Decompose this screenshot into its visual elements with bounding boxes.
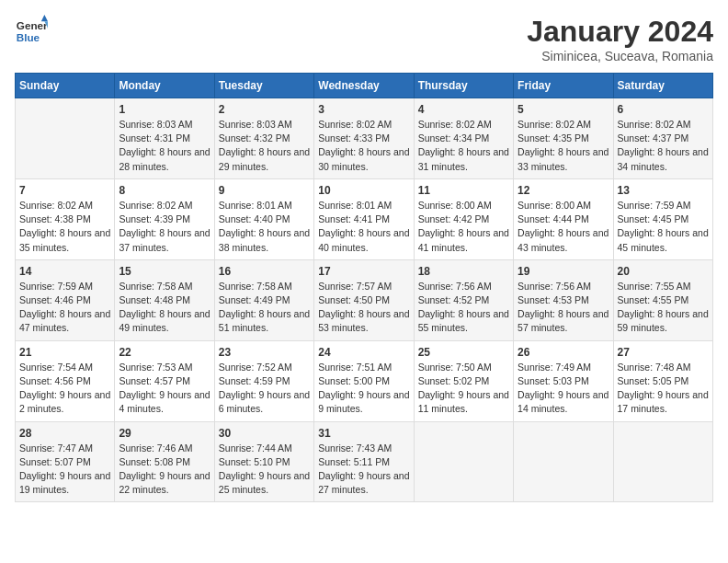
week-row-4: 21Sunrise: 7:54 AMSunset: 4:56 PMDayligh… [16, 340, 713, 421]
day-info: Sunrise: 8:00 AMSunset: 4:42 PMDaylight:… [418, 199, 509, 255]
day-number: 27 [618, 346, 709, 359]
day-number: 18 [418, 265, 509, 278]
weekday-header-tuesday: Tuesday [214, 74, 313, 98]
day-info: Sunrise: 8:01 AMSunset: 4:40 PMDaylight:… [219, 199, 310, 255]
calendar-cell: 5Sunrise: 8:02 AMSunset: 4:35 PMDaylight… [514, 98, 613, 179]
day-number: 1 [119, 103, 210, 116]
day-number: 6 [618, 103, 709, 116]
calendar-cell: 28Sunrise: 7:47 AMSunset: 5:07 PMDayligh… [16, 421, 115, 502]
day-info: Sunrise: 7:47 AMSunset: 5:07 PMDaylight:… [19, 442, 110, 498]
calendar-cell: 30Sunrise: 7:44 AMSunset: 5:10 PMDayligh… [214, 421, 313, 502]
week-row-1: 1Sunrise: 8:03 AMSunset: 4:31 PMDaylight… [16, 98, 713, 179]
logo-icon: General Blue [15, 15, 48, 48]
calendar-cell [514, 421, 613, 502]
day-info: Sunrise: 8:02 AMSunset: 4:33 PMDaylight:… [318, 118, 409, 174]
weekday-header-row: SundayMondayTuesdayWednesdayThursdayFrid… [16, 74, 713, 98]
calendar-cell: 23Sunrise: 7:52 AMSunset: 4:59 PMDayligh… [214, 340, 313, 421]
calendar-cell: 13Sunrise: 7:59 AMSunset: 4:45 PMDayligh… [613, 178, 712, 259]
day-info: Sunrise: 7:56 AMSunset: 4:52 PMDaylight:… [418, 280, 509, 336]
day-info: Sunrise: 7:53 AMSunset: 4:57 PMDaylight:… [119, 361, 210, 417]
day-number: 11 [418, 184, 509, 197]
calendar-cell [16, 98, 115, 179]
day-number: 14 [19, 265, 110, 278]
day-number: 28 [19, 427, 110, 440]
weekday-header-wednesday: Wednesday [314, 74, 414, 98]
day-info: Sunrise: 7:57 AMSunset: 4:50 PMDaylight:… [318, 280, 409, 336]
calendar-cell: 16Sunrise: 7:58 AMSunset: 4:49 PMDayligh… [214, 259, 313, 340]
day-info: Sunrise: 7:59 AMSunset: 4:46 PMDaylight:… [19, 280, 110, 336]
day-number: 29 [119, 427, 210, 440]
day-number: 9 [219, 184, 310, 197]
calendar-cell: 15Sunrise: 7:58 AMSunset: 4:48 PMDayligh… [115, 259, 214, 340]
day-number: 23 [219, 346, 310, 359]
weekday-header-thursday: Thursday [414, 74, 513, 98]
calendar-cell: 25Sunrise: 7:50 AMSunset: 5:02 PMDayligh… [414, 340, 513, 421]
day-info: Sunrise: 7:51 AMSunset: 5:00 PMDaylight:… [318, 361, 409, 417]
weekday-header-friday: Friday [514, 74, 613, 98]
week-row-3: 14Sunrise: 7:59 AMSunset: 4:46 PMDayligh… [16, 259, 713, 340]
day-number: 3 [318, 103, 409, 116]
calendar-cell [613, 421, 712, 502]
day-number: 2 [219, 103, 310, 116]
day-number: 7 [19, 184, 110, 197]
day-info: Sunrise: 8:03 AMSunset: 4:31 PMDaylight:… [119, 118, 210, 174]
calendar-table: SundayMondayTuesdayWednesdayThursdayFrid… [15, 73, 713, 502]
weekday-header-saturday: Saturday [613, 74, 712, 98]
day-info: Sunrise: 8:01 AMSunset: 4:41 PMDaylight:… [318, 199, 409, 255]
calendar-cell: 24Sunrise: 7:51 AMSunset: 5:00 PMDayligh… [314, 340, 414, 421]
day-number: 25 [418, 346, 509, 359]
day-info: Sunrise: 8:02 AMSunset: 4:39 PMDaylight:… [119, 199, 210, 255]
weekday-header-monday: Monday [115, 74, 214, 98]
day-number: 24 [318, 346, 409, 359]
day-number: 19 [518, 265, 609, 278]
calendar-cell: 10Sunrise: 8:01 AMSunset: 4:41 PMDayligh… [314, 178, 414, 259]
day-info: Sunrise: 7:49 AMSunset: 5:03 PMDaylight:… [518, 361, 609, 417]
day-info: Sunrise: 7:46 AMSunset: 5:08 PMDaylight:… [119, 442, 210, 498]
day-number: 10 [318, 184, 409, 197]
day-number: 5 [518, 103, 609, 116]
weekday-header-sunday: Sunday [16, 74, 115, 98]
calendar-cell: 18Sunrise: 7:56 AMSunset: 4:52 PMDayligh… [414, 259, 513, 340]
svg-marker-2 [41, 15, 48, 21]
calendar-cell: 17Sunrise: 7:57 AMSunset: 4:50 PMDayligh… [314, 259, 414, 340]
day-number: 21 [19, 346, 110, 359]
day-info: Sunrise: 8:00 AMSunset: 4:44 PMDaylight:… [518, 199, 609, 255]
day-number: 22 [119, 346, 210, 359]
day-number: 12 [518, 184, 609, 197]
day-info: Sunrise: 7:43 AMSunset: 5:11 PMDaylight:… [318, 442, 409, 498]
day-info: Sunrise: 8:02 AMSunset: 4:34 PMDaylight:… [418, 118, 509, 174]
day-info: Sunrise: 8:02 AMSunset: 4:37 PMDaylight:… [618, 118, 709, 174]
day-info: Sunrise: 7:56 AMSunset: 4:53 PMDaylight:… [518, 280, 609, 336]
day-info: Sunrise: 8:02 AMSunset: 4:38 PMDaylight:… [19, 199, 110, 255]
calendar-cell: 4Sunrise: 8:02 AMSunset: 4:34 PMDaylight… [414, 98, 513, 179]
day-info: Sunrise: 8:02 AMSunset: 4:35 PMDaylight:… [518, 118, 609, 174]
calendar-cell: 11Sunrise: 8:00 AMSunset: 4:42 PMDayligh… [414, 178, 513, 259]
calendar-cell: 19Sunrise: 7:56 AMSunset: 4:53 PMDayligh… [514, 259, 613, 340]
day-info: Sunrise: 7:54 AMSunset: 4:56 PMDaylight:… [19, 361, 110, 417]
day-number: 13 [618, 184, 709, 197]
day-info: Sunrise: 7:50 AMSunset: 5:02 PMDaylight:… [418, 361, 509, 417]
calendar-cell: 7Sunrise: 8:02 AMSunset: 4:38 PMDaylight… [16, 178, 115, 259]
calendar-cell: 31Sunrise: 7:43 AMSunset: 5:11 PMDayligh… [314, 421, 414, 502]
calendar-cell: 1Sunrise: 8:03 AMSunset: 4:31 PMDaylight… [115, 98, 214, 179]
day-info: Sunrise: 7:58 AMSunset: 4:49 PMDaylight:… [219, 280, 310, 336]
week-row-5: 28Sunrise: 7:47 AMSunset: 5:07 PMDayligh… [16, 421, 713, 502]
day-number: 30 [219, 427, 310, 440]
calendar-cell: 26Sunrise: 7:49 AMSunset: 5:03 PMDayligh… [514, 340, 613, 421]
day-number: 15 [119, 265, 210, 278]
day-info: Sunrise: 8:03 AMSunset: 4:32 PMDaylight:… [219, 118, 310, 174]
calendar-cell: 29Sunrise: 7:46 AMSunset: 5:08 PMDayligh… [115, 421, 214, 502]
location: Siminicea, Suceava, Romania [527, 49, 713, 63]
week-row-2: 7Sunrise: 8:02 AMSunset: 4:38 PMDaylight… [16, 178, 713, 259]
calendar-cell: 2Sunrise: 8:03 AMSunset: 4:32 PMDaylight… [214, 98, 313, 179]
calendar-cell: 9Sunrise: 8:01 AMSunset: 4:40 PMDaylight… [214, 178, 313, 259]
calendar-cell: 8Sunrise: 8:02 AMSunset: 4:39 PMDaylight… [115, 178, 214, 259]
calendar-cell: 27Sunrise: 7:48 AMSunset: 5:05 PMDayligh… [613, 340, 712, 421]
month-title: January 2024 [527, 15, 713, 49]
day-info: Sunrise: 7:48 AMSunset: 5:05 PMDaylight:… [618, 361, 709, 417]
day-info: Sunrise: 7:52 AMSunset: 4:59 PMDaylight:… [219, 361, 310, 417]
calendar-cell: 12Sunrise: 8:00 AMSunset: 4:44 PMDayligh… [514, 178, 613, 259]
calendar-cell: 14Sunrise: 7:59 AMSunset: 4:46 PMDayligh… [16, 259, 115, 340]
calendar-cell [414, 421, 513, 502]
calendar-cell: 20Sunrise: 7:55 AMSunset: 4:55 PMDayligh… [613, 259, 712, 340]
